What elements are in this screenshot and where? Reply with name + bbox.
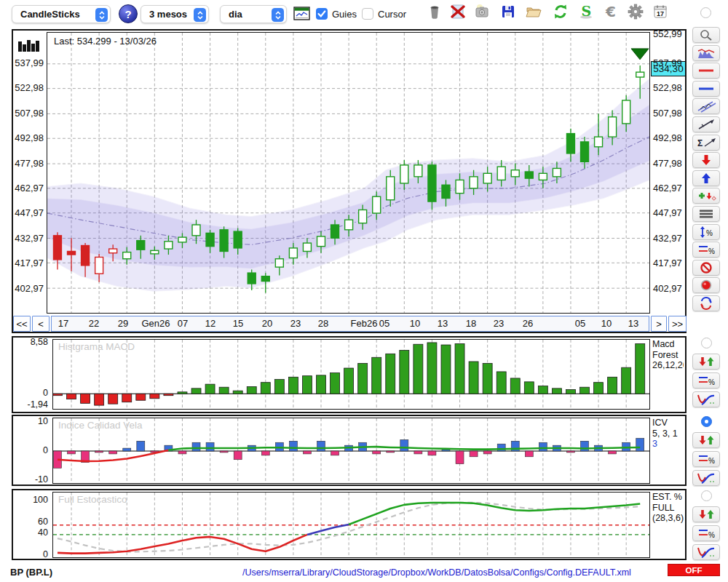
swap-arrows-icon xyxy=(695,297,718,310)
chart-type-select[interactable]: CandleSticks xyxy=(12,5,111,23)
range-percent-button[interactable]: % xyxy=(692,224,720,240)
sell-marker-button[interactable] xyxy=(692,152,720,168)
last-price-label: Last: 534.299 - 13/03/26 xyxy=(54,36,157,47)
svg-text:€: € xyxy=(605,3,616,20)
channel-icon xyxy=(695,100,718,113)
stoch-curve-button[interactable] xyxy=(692,544,720,560)
levels-icon xyxy=(695,207,718,220)
toolbar-radio[interactable] xyxy=(700,7,711,18)
scroll-fast-left-label: << xyxy=(16,319,27,330)
stoch-params-line2: FULL xyxy=(652,503,684,514)
overview-chart-button[interactable] xyxy=(692,45,720,61)
main-chart-plot[interactable] xyxy=(47,32,650,314)
check-icon xyxy=(316,8,328,20)
guies-checkbox[interactable] xyxy=(316,8,328,20)
blue-line-icon xyxy=(695,82,718,95)
current-price-badge: 534,30 xyxy=(651,61,686,76)
lines-percent-icon: % xyxy=(695,527,718,540)
icv-current-value: 3 xyxy=(652,439,684,450)
delete-icon[interactable] xyxy=(449,3,468,22)
chart-window-icon[interactable] xyxy=(293,6,312,25)
trendline-arrow-icon xyxy=(695,118,718,131)
vertical-range-percent-icon: % xyxy=(695,226,718,239)
macd-arrows-button[interactable] xyxy=(692,354,720,370)
down-up-arrows-icon xyxy=(695,434,718,447)
reload-marks-button[interactable] xyxy=(692,295,720,311)
crossing-curves-icon xyxy=(695,546,718,559)
date-scroll-strip[interactable] xyxy=(51,316,649,332)
down-up-arrows-icon xyxy=(695,355,718,368)
cursor-checkbox[interactable] xyxy=(362,8,373,20)
icv-percent-button[interactable]: % xyxy=(692,451,720,467)
macd-plot[interactable] xyxy=(52,339,650,410)
icv-select-radio[interactable] xyxy=(701,416,712,427)
svg-text:%: % xyxy=(708,457,715,465)
period-value: 3 mesos xyxy=(149,9,187,20)
stoch-plot[interactable] xyxy=(52,492,650,558)
trash-icon[interactable] xyxy=(426,3,445,22)
stoch-select-radio[interactable] xyxy=(701,490,712,501)
currency-euro-icon[interactable]: € xyxy=(603,3,622,22)
open-folder-icon[interactable] xyxy=(525,3,544,22)
config-path-label: /Users/mserra/Library/CloudStorage/Dropb… xyxy=(160,567,713,578)
macd-params-line3: 26,12,26 xyxy=(652,360,684,371)
settings-gear-icon[interactable] xyxy=(627,3,646,22)
macd-percent-button[interactable]: % xyxy=(692,372,720,388)
calendar-day: 17 xyxy=(657,10,664,17)
lines-percent-icon: % xyxy=(695,243,718,256)
stoch-arrows-button[interactable] xyxy=(692,506,720,522)
trendline-tool-button[interactable] xyxy=(692,116,720,132)
snapshot-icon[interactable] xyxy=(473,3,492,22)
zoom-tool-button[interactable] xyxy=(692,27,720,43)
channel-tool-button[interactable] xyxy=(692,98,720,114)
macd-curve-button[interactable] xyxy=(692,391,720,407)
plus-diamond-icon xyxy=(695,189,718,202)
macd-watermark: Histgrama MACD xyxy=(58,341,135,352)
scroll-left-button[interactable]: < xyxy=(32,316,50,332)
sigma-trend-tool-button[interactable]: Σ xyxy=(692,135,720,151)
scroll-fast-right-label: >> xyxy=(672,319,683,330)
cursor-label: Cursor xyxy=(378,9,406,20)
lines-percent-icon: % xyxy=(695,374,718,387)
lines-percent-button[interactable]: % xyxy=(692,242,720,258)
crossing-curves-icon xyxy=(695,471,718,485)
blue-hline-tool-button[interactable] xyxy=(692,81,720,97)
levels-tool-button[interactable] xyxy=(692,206,720,222)
interval-select[interactable]: dia xyxy=(220,5,287,23)
svg-text:%: % xyxy=(708,378,715,386)
scroll-left-label: < xyxy=(38,319,44,330)
scroll-fast-right-button[interactable]: >> xyxy=(668,316,687,332)
no-entry-icon xyxy=(695,261,718,274)
macd-select-radio[interactable] xyxy=(701,338,712,348)
calendar-icon[interactable]: 17 xyxy=(652,3,670,22)
crossing-curves-icon xyxy=(695,393,718,406)
symbol-label: BP (BP.L) xyxy=(10,567,52,578)
svg-text:S: S xyxy=(582,3,592,19)
stoch-params-line1: EST. % xyxy=(652,492,684,503)
save-icon[interactable] xyxy=(499,3,518,22)
refresh-icon[interactable] xyxy=(552,3,571,22)
scroll-right-button[interactable]: > xyxy=(651,316,667,332)
stoch-params-label: EST. % FULL (28,3,6) xyxy=(652,492,684,524)
help-button[interactable]: ? xyxy=(119,4,138,23)
charting-app: CandleSticks ? 3 mesos dia Guies Cursor xyxy=(0,0,728,582)
red-hline-tool-button[interactable] xyxy=(692,63,720,79)
mini-chart-icon xyxy=(695,47,718,60)
disable-tool-button[interactable] xyxy=(692,260,720,276)
icv-arrows-button[interactable] xyxy=(692,432,720,448)
off-toggle-badge[interactable]: OFF xyxy=(668,564,720,576)
chevron-updown-icon xyxy=(272,8,284,22)
icv-params-label: ICV 5, 3, 1 3 xyxy=(652,418,684,450)
stoch-percent-button[interactable]: % xyxy=(692,525,720,541)
icv-params-line2: 5, 3, 1 xyxy=(652,428,684,439)
period-select[interactable]: 3 mesos xyxy=(141,5,209,23)
interval-value: dia xyxy=(229,9,242,20)
add-signal-button[interactable] xyxy=(692,188,720,204)
chart-style-icon[interactable] xyxy=(17,34,42,56)
buy-marker-button[interactable] xyxy=(692,170,720,186)
sync-icon[interactable]: S xyxy=(577,3,596,22)
scroll-fast-left-button[interactable]: << xyxy=(13,316,31,332)
icv-curve-button[interactable] xyxy=(692,470,720,486)
record-button[interactable] xyxy=(692,277,720,293)
svg-text:%: % xyxy=(706,229,713,237)
